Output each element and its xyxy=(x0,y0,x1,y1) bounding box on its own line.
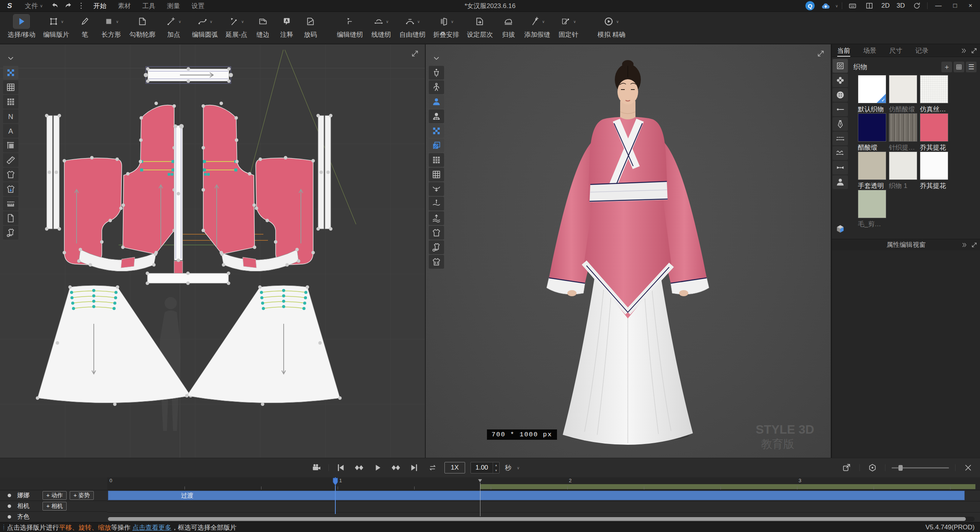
skip-end-button[interactable] xyxy=(408,461,421,474)
show-avatar-button[interactable] xyxy=(429,95,444,109)
fabric-仿醋酸缎[interactable]: 仿醋酸缎 xyxy=(889,75,920,113)
side-panel-piece[interactable] xyxy=(64,158,122,265)
track-row-相机[interactable]: 相机+ 相机 xyxy=(0,501,107,512)
stitch-length-button[interactable] xyxy=(3,197,18,211)
tool-simulate[interactable]: ∨ 模拟 精确 xyxy=(594,12,629,39)
fabric-手套透明[interactable]: 手套透明 xyxy=(858,152,889,190)
scrollbar-thumb[interactable] xyxy=(108,517,966,521)
tool-iron[interactable]: ∨ 归拔 xyxy=(497,12,520,39)
mode-2d-button[interactable]: 2D xyxy=(880,2,891,10)
fabric-毛_剪花_1[interactable]: 毛_剪花_1 xyxy=(858,190,889,228)
skip-start-button[interactable] xyxy=(334,461,347,474)
fast-forward-button[interactable] xyxy=(389,461,402,474)
buttonhole-list-button[interactable] xyxy=(833,103,848,116)
duration-stepper[interactable]: 1.00 ▲▼ xyxy=(470,462,500,473)
fabric-swatch[interactable]: ✓ xyxy=(858,75,886,103)
trim-list-button[interactable] xyxy=(833,161,848,175)
graphic-list-button[interactable] xyxy=(833,73,848,87)
add-fabric-button[interactable]: ＋ xyxy=(941,62,952,72)
undo-button[interactable] xyxy=(51,2,59,10)
playback-speed-button[interactable]: 1X xyxy=(444,462,465,473)
more-menu-button[interactable] xyxy=(77,2,85,10)
show-skeleton-button[interactable] xyxy=(429,80,444,94)
close-button[interactable]: × xyxy=(965,2,976,10)
add-button-动作[interactable]: + 动作 xyxy=(42,491,67,500)
pattern-2d-panel[interactable] xyxy=(0,44,425,458)
list-view-button[interactable]: ☰ xyxy=(966,62,977,72)
menu-开始[interactable]: 开始 xyxy=(88,0,112,11)
fabric-swatch[interactable] xyxy=(889,113,917,142)
transition-clip[interactable]: 过渡 xyxy=(108,491,965,500)
fabric-针织提花_1[interactable]: 针织提花_1 xyxy=(889,113,920,152)
play-button[interactable] xyxy=(371,461,384,474)
minimize-button[interactable]: — xyxy=(931,2,946,10)
timeline-zoom-slider[interactable] xyxy=(892,467,949,468)
drag-handle-icon[interactable]: ⋮⋮ xyxy=(2,525,7,529)
garment-fit-map-button[interactable] xyxy=(3,182,18,196)
tool-line-sewing[interactable]: ∨ 线缝纫 xyxy=(367,12,395,39)
track-lane-model[interactable]: 过渡 xyxy=(107,490,980,501)
show-grid-filled-button[interactable] xyxy=(3,95,18,109)
show-garment-3d-button[interactable] xyxy=(429,226,444,240)
expand-2d-icon[interactable] xyxy=(411,50,419,57)
slider-knob[interactable] xyxy=(898,465,903,471)
scene-objects-button[interactable] xyxy=(833,222,848,236)
menu-测量[interactable]: 测量 xyxy=(161,0,186,11)
waistband-strip-piece[interactable] xyxy=(146,272,230,285)
show-garment-button[interactable] xyxy=(3,168,18,181)
expand-property-icon[interactable] xyxy=(971,242,977,248)
reset-view-button[interactable] xyxy=(913,2,921,10)
tool-fold-arrange[interactable]: ∨ 折叠安排 xyxy=(429,12,463,39)
expand-3d-icon[interactable] xyxy=(817,50,825,57)
show-fabric-layers-button[interactable] xyxy=(429,139,444,152)
mode-3d-button[interactable]: 3D xyxy=(895,2,906,10)
menu-设置[interactable]: 设置 xyxy=(186,0,210,11)
duration-unit[interactable]: 秒 xyxy=(505,463,511,472)
pattern-canvas[interactable] xyxy=(0,44,425,458)
fabric-默认织物[interactable]: ✓默认织物 xyxy=(858,75,889,113)
rewind-button[interactable] xyxy=(353,461,366,474)
step-down-icon[interactable]: ▼ xyxy=(493,468,499,473)
fabric-仿真丝雪纺[interactable]: 仿真丝雪纺 xyxy=(920,75,951,113)
tab-尺寸[interactable]: 尺寸 xyxy=(889,44,902,57)
tool-edit-pattern[interactable]: ∨ 编辑版片 xyxy=(39,12,73,39)
avatar-list-button[interactable] xyxy=(833,175,848,189)
collapse-3d-tools-button[interactable] xyxy=(429,51,444,65)
status-link[interactable]: 点击查看更多 xyxy=(132,524,172,531)
fabric-swatch[interactable] xyxy=(920,152,948,180)
track-row-娜娜[interactable]: 娜娜+ 动作+ 姿势 xyxy=(0,490,107,501)
tool-pen[interactable]: ∨ 笔 xyxy=(73,12,97,39)
show-pattern-3d-button[interactable] xyxy=(429,124,444,138)
button-list-button[interactable] xyxy=(833,88,848,102)
export-animation-button[interactable] xyxy=(840,461,853,474)
show-mannequin-button[interactable] xyxy=(429,66,444,80)
tool-add-basting[interactable]: ∨ 添加假缝 xyxy=(520,12,554,39)
secondary-marker[interactable] xyxy=(480,483,480,516)
wind-blow-button[interactable] xyxy=(429,211,444,225)
maximize-button[interactable]: □ xyxy=(949,2,961,10)
timeline-area[interactable]: 0123 过渡 xyxy=(107,477,980,522)
seam-allowance-button[interactable] xyxy=(3,139,18,152)
chevron-down-icon[interactable]: ∨ xyxy=(835,4,838,8)
menu-素材[interactable]: 素材 xyxy=(112,0,137,11)
fabric-swatch[interactable] xyxy=(858,190,886,218)
tool-edit-arc[interactable]: ∨ 编辑圆弧 xyxy=(188,12,222,39)
add-button-相机[interactable]: + 相机 xyxy=(42,502,67,511)
fabric-swatch[interactable] xyxy=(889,152,917,180)
tool-seam-edge[interactable]: ∨ 缝边 xyxy=(251,12,275,39)
avatar-tape-button[interactable] xyxy=(429,109,444,123)
tool-edit-sewing[interactable]: ∨ 编辑缝纫 xyxy=(333,12,367,39)
collar-strip-piece[interactable] xyxy=(144,67,233,83)
fabric-乔其提花[interactable]: 乔其提花 xyxy=(920,152,951,190)
fabric-织物 1[interactable]: 织物 1 xyxy=(889,152,920,190)
expand-panel-icon[interactable] xyxy=(971,47,977,54)
avatar-3d[interactable] xyxy=(426,44,831,458)
zipper-list-button[interactable] xyxy=(833,117,848,131)
tool-annotate[interactable]: ∨ 注释 xyxy=(275,12,299,39)
redo-button[interactable] xyxy=(64,2,72,10)
loop-button[interactable] xyxy=(426,461,439,474)
pattern-page-button[interactable] xyxy=(3,211,18,225)
timeline-ruler[interactable]: 0123 xyxy=(107,477,980,490)
topstitch-list-button[interactable] xyxy=(833,132,848,145)
shirring-list-button[interactable] xyxy=(833,146,848,160)
